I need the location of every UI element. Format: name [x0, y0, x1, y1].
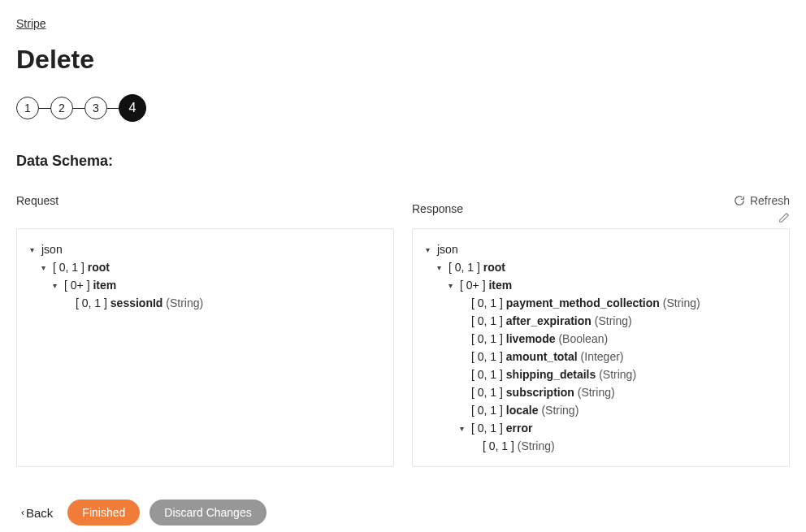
tree-node-label: [ 0, 1 ] payment_method_collection (Stri… — [471, 296, 700, 309]
chevron-down-icon[interactable]: ▾ — [422, 245, 432, 254]
response-tree-row[interactable]: ▾[ 0, 1 ] (String) — [422, 437, 779, 455]
response-tree-row[interactable]: ▾[ 0, 1 ] root — [422, 258, 779, 276]
step-connector — [107, 108, 119, 109]
tree-node-label: [ 0, 1 ] amount_total (Integer) — [471, 350, 624, 363]
tree-node-label: [ 0, 1 ] root — [448, 261, 505, 274]
tree-node-label: json — [437, 243, 458, 256]
page-title: Delete — [16, 45, 790, 75]
chevron-down-icon[interactable]: ▾ — [27, 245, 37, 254]
chevron-down-icon[interactable]: ▾ — [457, 424, 466, 433]
response-tree-row[interactable]: ▾[ 0, 1 ] livemode (Boolean) — [422, 330, 779, 348]
step-4[interactable]: 4 — [119, 94, 146, 122]
discard-button[interactable]: Discard Changes — [150, 500, 266, 526]
request-tree-row[interactable]: ▾json — [27, 240, 384, 258]
tree-node-label: [ 0, 1 ] after_expiration (String) — [471, 314, 632, 327]
response-tree-row[interactable]: ▾[ 0, 1 ] locale (String) — [422, 401, 779, 419]
request-tree-row[interactable]: ▾[ 0, 1 ] root — [27, 258, 384, 276]
response-tree-row[interactable]: ▾[ 0, 1 ] amount_total (Integer) — [422, 348, 779, 365]
tree-node-label: json — [41, 243, 63, 256]
tree-node-label: [ 0, 1 ] subscription (String) — [471, 386, 615, 399]
response-tree-row[interactable]: ▾[ 0, 1 ] error — [422, 419, 779, 437]
back-button[interactable]: ‹ Back — [16, 503, 58, 523]
step-connector — [73, 108, 84, 109]
tree-node-label: [ 0, 1 ] locale (String) — [471, 404, 578, 417]
refresh-button[interactable]: Refresh — [734, 194, 790, 207]
chevron-down-icon[interactable]: ▾ — [445, 281, 455, 290]
tree-node-label: [ 0, 1 ] livemode (Boolean) — [471, 332, 608, 345]
tree-node-label: [ 0, 1 ] sessionId (String) — [76, 296, 203, 309]
request-panel: ▾json▾[ 0, 1 ] root▾[ 0+ ] item▾[ 0, 1 ]… — [16, 228, 394, 467]
response-tree-row[interactable]: ▾[ 0+ ] item — [422, 276, 779, 294]
request-panel-title: Request — [16, 194, 394, 207]
chevron-down-icon[interactable]: ▾ — [434, 263, 444, 272]
finished-button[interactable]: Finished — [67, 500, 140, 526]
stepper: 1234 — [16, 94, 790, 122]
chevron-down-icon[interactable]: ▾ — [50, 281, 59, 290]
request-tree-row[interactable]: ▾[ 0, 1 ] sessionId (String) — [27, 294, 384, 312]
response-tree-row[interactable]: ▾json — [422, 240, 779, 258]
response-tree-row[interactable]: ▾[ 0, 1 ] payment_method_collection (Str… — [422, 294, 779, 312]
response-tree-row[interactable]: ▾[ 0, 1 ] subscription (String) — [422, 383, 779, 401]
chevron-down-icon[interactable]: ▾ — [38, 263, 48, 272]
response-tree-row[interactable]: ▾[ 0, 1 ] shipping_details (String) — [422, 365, 779, 383]
tree-node-label: [ 0, 1 ] (String) — [483, 439, 555, 452]
response-panel-title: Response — [412, 202, 463, 215]
response-tree-row[interactable]: ▾[ 0, 1 ] after_expiration (String) — [422, 312, 779, 330]
step-1[interactable]: 1 — [16, 97, 39, 119]
breadcrumb[interactable]: Stripe — [16, 17, 46, 30]
tree-node-label: [ 0, 1 ] error — [471, 422, 533, 435]
tree-node-label: [ 0, 1 ] shipping_details (String) — [471, 368, 636, 381]
back-label: Back — [26, 506, 53, 520]
refresh-icon — [734, 195, 745, 206]
request-tree-row[interactable]: ▾[ 0+ ] item — [27, 276, 384, 294]
tree-node-label: [ 0+ ] item — [64, 279, 116, 292]
section-label: Data Schema: — [16, 153, 790, 170]
step-3[interactable]: 3 — [84, 97, 107, 119]
step-2[interactable]: 2 — [50, 97, 73, 119]
step-connector — [39, 108, 50, 109]
response-panel: ▾json▾[ 0, 1 ] root▾[ 0+ ] item▾[ 0, 1 ]… — [412, 228, 790, 467]
edit-icon[interactable] — [778, 212, 790, 223]
chevron-left-icon: ‹ — [21, 507, 24, 518]
tree-node-label: [ 0, 1 ] root — [53, 261, 110, 274]
tree-node-label: [ 0+ ] item — [460, 279, 512, 292]
refresh-label: Refresh — [750, 194, 790, 207]
